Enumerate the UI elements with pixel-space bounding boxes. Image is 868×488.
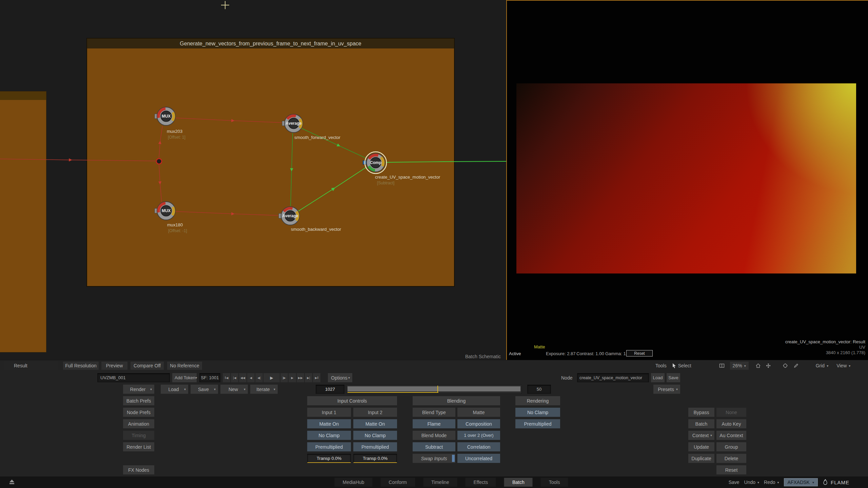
node-name-field[interactable]: create_UV_space_motion_vector bbox=[577, 373, 649, 382]
input1-tab[interactable]: Input 1 bbox=[307, 408, 351, 417]
step-back-button[interactable]: ◀| bbox=[255, 373, 263, 382]
blend-type-button[interactable]: Blend Type bbox=[413, 408, 455, 417]
auto-key-button[interactable]: Auto Key bbox=[716, 419, 746, 428]
uncorrelated-toggle[interactable]: Uncorrelated bbox=[457, 454, 500, 463]
timeline-scrub-bar[interactable] bbox=[346, 385, 522, 394]
input2-matte-toggle[interactable]: Matte On bbox=[353, 419, 397, 428]
tab-tools[interactable]: Tools bbox=[541, 478, 568, 487]
wire-forward-to-comp[interactable] bbox=[301, 128, 366, 158]
wire-junction-to-mux203[interactable] bbox=[159, 126, 162, 158]
color-picker-icon[interactable] bbox=[781, 362, 789, 370]
fx-nodes-button[interactable]: FX Nodes bbox=[123, 465, 154, 474]
batch-schematic-canvas[interactable]: Generate_new_vectors_from_previous_frame… bbox=[0, 0, 506, 360]
node-load-button[interactable]: Load bbox=[651, 373, 665, 382]
setup-name-input[interactable]: UVZMB_001 bbox=[97, 373, 170, 382]
matte-mode-button[interactable]: Matte bbox=[457, 408, 500, 417]
input2-clamp-toggle[interactable]: No Clamp bbox=[353, 431, 397, 440]
loop-backward-button[interactable]: ‖◀ bbox=[223, 373, 230, 382]
fast-reverse-button[interactable]: ◀◀ bbox=[239, 373, 246, 382]
input2-premultiplied-toggle[interactable]: Premultiplied bbox=[353, 442, 397, 451]
compare-mode-button[interactable]: Compare Off bbox=[131, 362, 164, 370]
wire-input-to-junction[interactable] bbox=[0, 159, 157, 161]
correlation-toggle[interactable]: Correlation bbox=[457, 442, 500, 451]
options-dropdown[interactable]: Options bbox=[328, 373, 352, 382]
zoom-level-dropdown[interactable]: 26% bbox=[730, 362, 749, 370]
node-mux180[interactable]: MUX bbox=[155, 200, 177, 221]
preview-button[interactable]: Preview bbox=[101, 362, 127, 370]
batch-prefs-button[interactable]: Batch Prefs bbox=[123, 396, 154, 405]
full-resolution-button[interactable]: Full Resolution bbox=[63, 362, 99, 370]
composition-toggle[interactable]: Composition bbox=[457, 419, 500, 428]
play-reverse-button[interactable]: ◀ bbox=[247, 373, 255, 382]
render-list-button[interactable]: Render List bbox=[123, 442, 154, 451]
tab-conform[interactable]: Conform bbox=[380, 478, 415, 487]
reset-button[interactable]: Reset bbox=[626, 350, 653, 357]
node-create-uv-space-motion-vector[interactable]: Comp bbox=[363, 152, 387, 174]
play-button[interactable]: ▶ bbox=[263, 373, 280, 382]
wire-comp-output[interactable] bbox=[386, 161, 506, 162]
load-setup-dropdown[interactable]: Load bbox=[161, 385, 188, 394]
wire-forward-to-backward[interactable] bbox=[291, 133, 293, 206]
undo-dropdown[interactable]: Undo bbox=[744, 480, 760, 485]
wire-junction-node[interactable] bbox=[156, 159, 162, 164]
tab-effects[interactable]: Effects bbox=[465, 478, 496, 487]
rendering-premultiplied-toggle[interactable]: Premultiplied bbox=[515, 419, 560, 428]
wire-junction-to-mux180[interactable] bbox=[159, 165, 162, 202]
split-view-icon[interactable] bbox=[718, 362, 726, 370]
timebar-playhead[interactable] bbox=[437, 386, 438, 392]
tab-timeline[interactable]: Timeline bbox=[423, 478, 457, 487]
wire-mux180-to-backward[interactable] bbox=[176, 211, 281, 216]
result-view-button[interactable]: Result bbox=[4, 362, 58, 370]
node-smooth-forward-vector[interactable]: Average bbox=[282, 113, 304, 134]
add-token-dropdown[interactable]: Add Token bbox=[172, 373, 197, 382]
loop-forward-button[interactable]: ▶‖ bbox=[313, 373, 320, 382]
rendering-clamp-toggle[interactable]: No Clamp bbox=[515, 408, 560, 417]
result-viewer[interactable]: create_UV_space_motion_vector: Result UV… bbox=[506, 0, 868, 360]
input1-clamp-toggle[interactable]: No Clamp bbox=[307, 431, 351, 440]
reset-node-button[interactable]: Reset bbox=[716, 465, 746, 474]
presets-dropdown[interactable]: Presets bbox=[653, 385, 680, 394]
group-button[interactable]: Group bbox=[716, 442, 746, 451]
save-setup-dropdown[interactable]: Save bbox=[191, 385, 218, 394]
duplicate-button[interactable]: Duplicate bbox=[688, 454, 714, 463]
range-value-field[interactable]: 50 bbox=[527, 385, 551, 394]
bypass-button[interactable]: Bypass bbox=[688, 408, 714, 417]
select-tool-button[interactable]: Select bbox=[672, 363, 691, 368]
wire-mux203-to-forward[interactable] bbox=[176, 118, 284, 123]
current-frame-field[interactable]: 1027 bbox=[316, 385, 344, 394]
subtract-toggle[interactable]: Subtract bbox=[413, 442, 455, 451]
step-forward-button[interactable]: |▶ bbox=[280, 373, 288, 382]
blend-mode-button[interactable]: Blend Mode bbox=[413, 431, 455, 440]
node-prefs-button[interactable]: Node Prefs bbox=[123, 408, 154, 417]
input1-premultiplied-toggle[interactable]: Premultiplied bbox=[307, 442, 351, 451]
pan-view-icon[interactable] bbox=[764, 362, 772, 370]
node-mux203[interactable]: MUX bbox=[155, 106, 177, 126]
node-smooth-backward-vector[interactable]: Average bbox=[279, 205, 301, 227]
animation-button[interactable]: Animation bbox=[123, 419, 154, 428]
wire-backward-to-comp[interactable] bbox=[298, 167, 367, 211]
redo-dropdown[interactable]: Redo bbox=[764, 480, 779, 485]
delete-button[interactable]: Delete bbox=[716, 454, 746, 463]
node-save-button[interactable]: Save bbox=[667, 373, 680, 382]
reference-mode-button[interactable]: No Reference bbox=[167, 362, 202, 370]
fast-forward-button[interactable]: ▶▶ bbox=[297, 373, 304, 382]
input2-tab[interactable]: Input 2 bbox=[353, 408, 397, 417]
annotate-pencil-icon[interactable] bbox=[792, 362, 800, 370]
project-selector-dropdown[interactable]: AFXADSK bbox=[784, 478, 818, 486]
input1-transparency-field[interactable]: Transp 0.0% bbox=[307, 454, 351, 463]
flame-blend-toggle[interactable]: Flame bbox=[413, 419, 455, 428]
update-button[interactable]: Update bbox=[688, 442, 714, 451]
go-to-start-button[interactable]: |◀ bbox=[231, 373, 238, 382]
save-button[interactable]: Save bbox=[729, 480, 739, 485]
go-to-end-button[interactable]: ▶| bbox=[305, 373, 312, 382]
context-dropdown[interactable]: Context bbox=[688, 431, 714, 440]
swap-inputs-button[interactable]: Swap Inputs bbox=[413, 454, 455, 463]
start-frame-field[interactable]: SF: 1001 bbox=[199, 373, 220, 382]
home-view-icon[interactable] bbox=[754, 362, 762, 370]
blend-order-toggle[interactable]: 1 over 2 (Over) bbox=[457, 431, 500, 440]
view-dropdown[interactable]: View bbox=[834, 362, 853, 370]
input1-matte-toggle[interactable]: Matte On bbox=[307, 419, 351, 428]
tab-batch[interactable]: Batch bbox=[504, 478, 533, 487]
auto-context-button[interactable]: Au Context bbox=[716, 431, 746, 440]
render-dropdown[interactable]: Render bbox=[123, 385, 154, 394]
